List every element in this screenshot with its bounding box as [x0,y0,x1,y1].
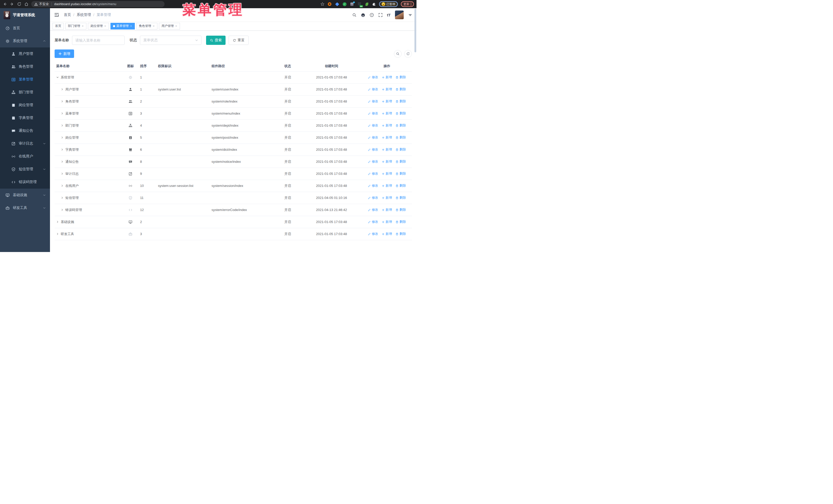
action-add[interactable]: 新增 [382,147,392,152]
close-icon[interactable] [130,25,132,27]
font-size-icon[interactable]: tT [387,13,390,17]
action-edit[interactable]: 修改 [368,232,378,236]
expand-arrow-icon[interactable] [61,172,64,175]
close-icon[interactable] [104,25,106,27]
action-delete[interactable]: 删除 [396,232,406,236]
action-edit[interactable]: 修改 [368,135,378,140]
action-edit[interactable]: 修改 [368,75,378,79]
sidebar-item-系统管理[interactable]: 系统管理 [0,34,50,47]
action-delete[interactable]: 删除 [396,220,406,224]
search-button[interactable]: 搜索 [206,35,225,45]
action-delete[interactable]: 删除 [396,123,406,128]
expand-arrow-icon[interactable] [61,88,64,91]
action-delete[interactable]: 删除 [396,135,406,140]
refresh-table-button[interactable] [404,50,412,58]
scrollbar-thumb[interactable] [414,9,416,52]
close-icon[interactable] [175,25,177,27]
bookmark-star-icon[interactable] [320,2,325,6]
expand-arrow-icon[interactable] [56,220,59,223]
menu-status-select[interactable]: 菜单状态 [140,35,201,45]
action-edit[interactable]: 修改 [368,208,378,212]
search-icon[interactable] [352,13,357,17]
action-edit[interactable]: 修改 [368,147,378,152]
expand-arrow-icon[interactable] [61,136,64,139]
close-icon[interactable] [152,25,155,27]
expand-arrow-icon[interactable] [61,209,64,211]
action-delete[interactable]: 删除 [396,184,406,188]
address-bar[interactable]: 不安全 dashboard.yudao.iocoder.cn/system/me… [31,1,165,7]
home-icon[interactable] [24,2,29,6]
extensions-puzzle-icon[interactable] [372,2,376,6]
expand-arrow-icon[interactable] [61,160,64,163]
breadcrumb-item[interactable]: 系统管理 [77,13,91,17]
action-add[interactable]: 新增 [382,123,392,128]
action-delete[interactable]: 删除 [396,171,406,176]
action-add[interactable]: 新增 [382,171,392,176]
sidebar-item-菜单管理[interactable]: 菜单管理 [0,73,50,86]
action-edit[interactable]: 修改 [368,220,378,224]
breadcrumb-item[interactable]: 首页 [64,13,71,17]
add-button[interactable]: 新增 [54,49,74,58]
action-add[interactable]: 新增 [382,196,392,200]
sidebar-item-短信管理[interactable]: 短信管理 [0,163,50,175]
chrome-update-button[interactable]: 更新 [401,1,414,7]
sidebar-item-岗位管理[interactable]: 岗位管理 [0,99,50,112]
extension-icon-tiles[interactable] [350,2,354,6]
extension-icon-leaf[interactable] [365,2,369,6]
forward-icon[interactable] [10,2,14,6]
extension-icon-ring[interactable] [328,2,332,6]
action-delete[interactable]: 删除 [396,208,406,212]
action-edit[interactable]: 修改 [368,99,378,103]
action-edit[interactable]: 修改 [368,111,378,116]
app-logo[interactable]: 芋道管理系统 [0,8,50,22]
fullscreen-icon[interactable] [378,13,383,17]
github-icon[interactable] [361,13,365,17]
show-search-button[interactable] [394,50,402,58]
expand-arrow-icon[interactable] [61,112,64,115]
scrollbar[interactable] [414,8,416,252]
action-edit[interactable]: 修改 [368,87,378,92]
expand-arrow-icon[interactable] [61,184,64,187]
reset-button[interactable]: 重置 [229,35,248,45]
sidebar-item-首页[interactable]: 首页 [0,22,50,34]
extension-icon-proxy[interactable]: on [357,2,362,6]
action-add[interactable]: 新增 [382,135,392,140]
expand-arrow-icon[interactable] [61,124,64,127]
action-edit[interactable]: 修改 [368,160,378,164]
sidebar-item-基础设施[interactable]: 基础设施 [0,189,50,201]
tag-item[interactable]: 岗位管理 [88,23,109,29]
collapse-arrow-icon[interactable] [56,76,59,79]
sidebar-item-字典管理[interactable]: 字典管理 [0,112,50,124]
menu-name-input[interactable] [72,35,124,45]
action-edit[interactable]: 修改 [368,184,378,188]
tag-item[interactable]: 用户管理 [159,23,180,29]
profile-paused-badge[interactable]: 已暂停 [379,1,398,7]
sidebar-item-审计日志[interactable]: 审计日志 [0,137,50,150]
action-edit[interactable]: 修改 [368,171,378,176]
action-add[interactable]: 新增 [382,75,392,79]
user-avatar[interactable] [395,10,404,19]
sidebar-item-在线用户[interactable]: 在线用户 [0,150,50,163]
help-icon[interactable]: ? [370,13,374,17]
sidebar-item-部门管理[interactable]: 部门管理 [0,86,50,99]
action-edit[interactable]: 修改 [368,123,378,128]
sidebar-item-用户管理[interactable]: 用户管理 [0,47,50,60]
sidebar-item-研发工具[interactable]: 研发工具 [0,201,50,214]
action-add[interactable]: 新增 [382,87,392,92]
back-icon[interactable] [3,2,7,6]
action-delete[interactable]: 删除 [396,75,406,79]
action-add[interactable]: 新增 [382,232,392,236]
tag-item[interactable]: 部门管理 [65,23,86,29]
sidebar-collapse-icon[interactable] [54,12,59,18]
action-delete[interactable]: 删除 [396,196,406,200]
expand-arrow-icon[interactable] [61,100,64,103]
action-delete[interactable]: 删除 [396,111,406,116]
sidebar-item-通知公告[interactable]: 通知公告 [0,124,50,137]
tag-item[interactable]: 首页 [52,23,64,29]
action-add[interactable]: 新增 [382,160,392,164]
expand-arrow-icon[interactable] [56,233,59,235]
avatar-caret-icon[interactable] [408,13,412,17]
tag-item[interactable]: 角色管理 [136,23,158,29]
action-add[interactable]: 新增 [382,111,392,116]
action-delete[interactable]: 删除 [396,147,406,152]
